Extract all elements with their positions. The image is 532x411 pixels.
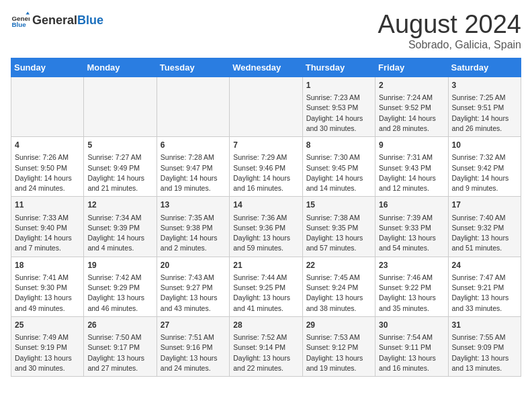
day-number: 6 bbox=[161, 140, 226, 151]
day-info: Sunrise: 7:29 AM bbox=[233, 152, 298, 163]
day-info: Sunset: 9:35 PM bbox=[306, 223, 371, 233]
day-info: Sunrise: 7:53 AM bbox=[306, 332, 371, 342]
day-info: Daylight: 13 hours and 43 minutes. bbox=[161, 293, 226, 313]
svg-text:Blue: Blue bbox=[11, 21, 26, 28]
day-info: Daylight: 13 hours and 19 minutes. bbox=[306, 353, 371, 373]
day-info: Sunrise: 7:26 AM bbox=[15, 152, 80, 163]
calendar-cell: 25Sunrise: 7:49 AMSunset: 9:19 PMDayligh… bbox=[11, 316, 84, 376]
calendar-cell bbox=[157, 77, 229, 136]
calendar-cell: 12Sunrise: 7:34 AMSunset: 9:39 PMDayligh… bbox=[84, 197, 157, 257]
calendar-cell: 1Sunrise: 7:23 AMSunset: 9:53 PMDaylight… bbox=[302, 77, 375, 136]
day-number: 9 bbox=[379, 140, 444, 151]
calendar-cell: 9Sunrise: 7:31 AMSunset: 9:43 PMDaylight… bbox=[375, 137, 448, 197]
calendar-subtitle: Sobrado, Galicia, Spain bbox=[378, 39, 521, 51]
calendar-cell: 18Sunrise: 7:41 AMSunset: 9:30 PMDayligh… bbox=[11, 257, 84, 316]
day-info: Sunset: 9:47 PM bbox=[161, 163, 226, 173]
day-info: Sunset: 9:16 PM bbox=[161, 342, 226, 353]
day-info: Daylight: 13 hours and 33 minutes. bbox=[452, 293, 517, 313]
day-number: 30 bbox=[379, 320, 444, 331]
day-info: Sunset: 9:43 PM bbox=[379, 163, 444, 173]
day-info: Sunset: 9:46 PM bbox=[233, 163, 298, 173]
day-info: Sunset: 9:25 PM bbox=[233, 283, 298, 293]
day-info: Sunset: 9:39 PM bbox=[87, 223, 152, 233]
day-number: 5 bbox=[87, 140, 152, 151]
calendar-week-3: 18Sunrise: 7:41 AMSunset: 9:30 PMDayligh… bbox=[11, 257, 521, 316]
calendar-cell: 22Sunrise: 7:45 AMSunset: 9:24 PMDayligh… bbox=[302, 257, 375, 316]
calendar-body: 1Sunrise: 7:23 AMSunset: 9:53 PMDaylight… bbox=[11, 77, 521, 376]
day-info: Daylight: 13 hours and 30 minutes. bbox=[15, 353, 80, 373]
calendar-cell: 2Sunrise: 7:24 AMSunset: 9:52 PMDaylight… bbox=[375, 77, 448, 136]
day-info: Daylight: 13 hours and 51 minutes. bbox=[452, 233, 517, 253]
day-info: Sunrise: 7:42 AM bbox=[87, 273, 152, 283]
calendar-cell: 28Sunrise: 7:52 AMSunset: 9:14 PMDayligh… bbox=[230, 316, 302, 376]
header-saturday: Saturday bbox=[448, 58, 521, 77]
day-number: 22 bbox=[306, 260, 371, 271]
day-info: Sunset: 9:24 PM bbox=[306, 283, 371, 293]
day-info: Sunset: 9:12 PM bbox=[306, 342, 371, 353]
day-info: Daylight: 13 hours and 38 minutes. bbox=[306, 293, 371, 313]
day-number: 3 bbox=[452, 80, 517, 91]
day-info: Daylight: 14 hours and 12 minutes. bbox=[379, 173, 444, 193]
calendar-cell: 4Sunrise: 7:26 AMSunset: 9:50 PMDaylight… bbox=[11, 137, 84, 197]
day-number: 16 bbox=[379, 199, 444, 211]
day-info: Sunset: 9:22 PM bbox=[379, 283, 444, 293]
day-number: 12 bbox=[87, 199, 152, 211]
header-tuesday: Tuesday bbox=[157, 58, 229, 77]
day-info: Sunrise: 7:52 AM bbox=[233, 332, 298, 342]
logo-blue: Blue bbox=[77, 13, 103, 28]
calendar-table: SundayMondayTuesdayWednesdayThursdayFrid… bbox=[11, 58, 521, 377]
day-info: Sunset: 9:19 PM bbox=[15, 342, 80, 353]
day-info: Sunrise: 7:23 AM bbox=[306, 93, 371, 103]
day-number: 10 bbox=[452, 140, 517, 151]
logo-icon: General Blue bbox=[11, 11, 30, 30]
day-info: Sunrise: 7:47 AM bbox=[452, 273, 517, 283]
day-number: 2 bbox=[379, 80, 444, 91]
day-info: Daylight: 14 hours and 30 minutes. bbox=[306, 113, 371, 134]
calendar-cell: 20Sunrise: 7:43 AMSunset: 9:27 PMDayligh… bbox=[157, 257, 229, 316]
day-info: Sunrise: 7:24 AM bbox=[379, 93, 444, 103]
day-info: Sunset: 9:51 PM bbox=[452, 103, 517, 113]
day-info: Sunrise: 7:55 AM bbox=[452, 332, 517, 342]
day-number: 31 bbox=[452, 320, 517, 331]
day-info: Sunset: 9:45 PM bbox=[306, 163, 371, 173]
day-info: Daylight: 13 hours and 27 minutes. bbox=[87, 353, 152, 373]
day-info: Sunset: 9:40 PM bbox=[15, 223, 80, 233]
calendar-week-1: 4Sunrise: 7:26 AMSunset: 9:50 PMDaylight… bbox=[11, 137, 521, 197]
calendar-cell: 7Sunrise: 7:29 AMSunset: 9:46 PMDaylight… bbox=[230, 137, 302, 197]
day-info: Sunrise: 7:33 AM bbox=[15, 213, 80, 223]
day-info: Sunset: 9:17 PM bbox=[87, 342, 152, 353]
day-info: Sunset: 9:09 PM bbox=[452, 342, 517, 353]
calendar-cell: 10Sunrise: 7:32 AMSunset: 9:42 PMDayligh… bbox=[448, 137, 521, 197]
svg-marker-2 bbox=[26, 11, 30, 14]
day-info: Daylight: 14 hours and 19 minutes. bbox=[161, 173, 226, 193]
calendar-cell: 6Sunrise: 7:28 AMSunset: 9:47 PMDaylight… bbox=[157, 137, 229, 197]
day-number: 1 bbox=[306, 80, 371, 91]
day-number: 24 bbox=[452, 260, 517, 271]
calendar-week-4: 25Sunrise: 7:49 AMSunset: 9:19 PMDayligh… bbox=[11, 316, 521, 376]
calendar-cell: 11Sunrise: 7:33 AMSunset: 9:40 PMDayligh… bbox=[11, 197, 84, 257]
calendar-cell: 19Sunrise: 7:42 AMSunset: 9:29 PMDayligh… bbox=[84, 257, 157, 316]
header-monday: Monday bbox=[84, 58, 157, 77]
calendar-cell: 31Sunrise: 7:55 AMSunset: 9:09 PMDayligh… bbox=[448, 316, 521, 376]
day-info: Daylight: 13 hours and 24 minutes. bbox=[161, 353, 226, 373]
day-info: Sunrise: 7:43 AM bbox=[161, 273, 226, 283]
calendar-cell: 15Sunrise: 7:38 AMSunset: 9:35 PMDayligh… bbox=[302, 197, 375, 257]
calendar-cell: 24Sunrise: 7:47 AMSunset: 9:21 PMDayligh… bbox=[448, 257, 521, 316]
day-number: 15 bbox=[306, 199, 371, 211]
day-number: 8 bbox=[306, 140, 371, 151]
logo: General Blue GeneralBlue bbox=[11, 11, 103, 30]
day-info: Sunset: 9:53 PM bbox=[306, 103, 371, 113]
day-info: Daylight: 14 hours and 2 minutes. bbox=[161, 233, 226, 253]
day-info: Daylight: 14 hours and 7 minutes. bbox=[15, 233, 80, 253]
calendar-header: SundayMondayTuesdayWednesdayThursdayFrid… bbox=[11, 58, 521, 77]
day-info: Sunset: 9:42 PM bbox=[452, 163, 517, 173]
day-info: Daylight: 14 hours and 4 minutes. bbox=[87, 233, 152, 253]
day-info: Sunset: 9:36 PM bbox=[233, 223, 298, 233]
day-info: Daylight: 14 hours and 21 minutes. bbox=[87, 173, 152, 193]
day-info: Sunset: 9:32 PM bbox=[452, 223, 517, 233]
day-info: Daylight: 14 hours and 14 minutes. bbox=[306, 173, 371, 193]
title-block: August 2024 Sobrado, Galicia, Spain bbox=[378, 11, 521, 51]
day-info: Daylight: 13 hours and 54 minutes. bbox=[379, 233, 444, 253]
day-info: Sunset: 9:49 PM bbox=[87, 163, 152, 173]
header-row: SundayMondayTuesdayWednesdayThursdayFrid… bbox=[11, 58, 521, 77]
